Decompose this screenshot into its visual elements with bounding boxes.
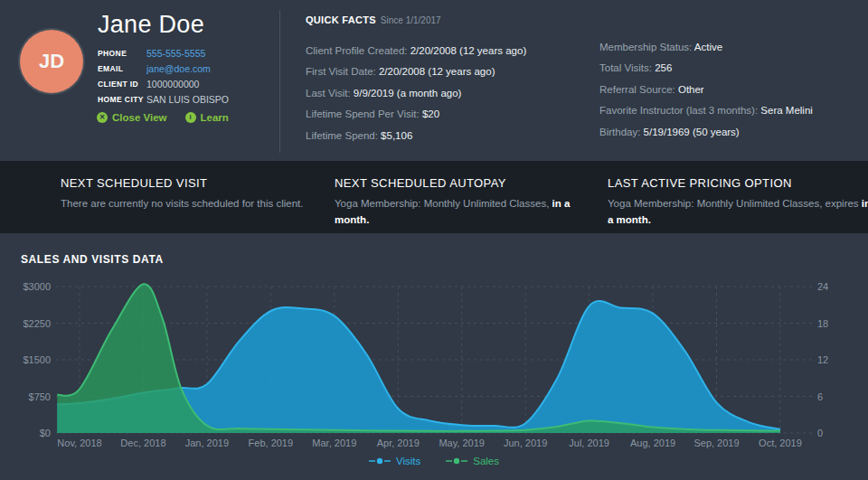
svg-text:Oct, 2019: Oct, 2019 — [759, 438, 802, 448]
fact-total-visits: Total Visits: 256 — [599, 58, 813, 79]
svg-text:May, 2019: May, 2019 — [439, 438, 485, 448]
fact-first-visit: First Visit Date: 2/20/2008 (12 years ag… — [306, 61, 526, 82]
close-circle-icon: ✕ — [97, 112, 108, 123]
client-name: Jane Doe — [98, 11, 204, 39]
next-scheduled-autopay-title: NEXT SCHEDULED AUTOPAY — [335, 176, 602, 190]
visits-legend-marker-icon — [369, 456, 391, 466]
field-row-email: EMAIL jane@doe.com — [98, 61, 229, 76]
svg-text:Jul, 2019: Jul, 2019 — [569, 438, 609, 448]
svg-text:$0: $0 — [40, 428, 51, 438]
fact-referral-source: Referral Source: Other — [599, 80, 813, 100]
phone-label: PHONE — [98, 49, 146, 58]
last-active-pricing-title: LAST ACTIVE PRICING OPTION — [608, 176, 868, 190]
svg-text:$2250: $2250 — [23, 318, 51, 329]
sales-visits-section: SALES AND VISITS DATA $00$7506$150012$22… — [0, 233, 868, 480]
svg-text:Mar, 2019: Mar, 2019 — [312, 438, 356, 448]
learn-label: Learn — [201, 112, 229, 123]
fact-favorite-instructor: Favorite Instructor (last 3 months): Ser… — [599, 100, 813, 121]
email-link[interactable]: jane@doe.com — [146, 63, 211, 74]
next-scheduled-visit-text: There are currently no visits scheduled … — [61, 196, 323, 212]
legend-item-visits[interactable]: Visits — [369, 456, 420, 466]
fact-last-visit: Last Visit: 9/9/2019 (a month ago) — [306, 83, 526, 104]
fact-birthday: Birthday: 5/19/1969 (50 years) — [599, 122, 813, 143]
quick-facts-left-column: Client Profile Created: 2/20/2008 (12 ye… — [306, 41, 526, 146]
info-circle-icon: i — [185, 112, 196, 123]
email-label: EMAIL — [98, 64, 146, 73]
svg-text:6: 6 — [817, 391, 823, 402]
legend-item-sales[interactable]: Sales — [446, 456, 499, 466]
client-contact-fields: PHONE 555-555-5555 EMAIL jane@doe.com CL… — [98, 45, 229, 107]
learn-button[interactable]: i Learn — [185, 112, 229, 123]
quick-facts-subtitle: Since 1/1/2017 — [381, 15, 441, 25]
phone-link[interactable]: 555-555-5555 — [146, 48, 205, 59]
home-city-label: HOME CITY — [98, 95, 146, 104]
status-band: NEXT SCHEDULED VISIT There are currently… — [0, 161, 868, 233]
section-divider — [279, 10, 280, 153]
last-active-pricing-text: Yoga Membership: Monthly Unlimited Class… — [608, 196, 868, 229]
legend-visits-label: Visits — [396, 456, 420, 466]
profile-header-section: JD Jane Doe PHONE 555-555-5555 EMAIL jan… — [0, 0, 868, 161]
svg-text:Feb, 2019: Feb, 2019 — [249, 438, 294, 448]
profile-actions: ✕ Close View i Learn — [97, 112, 229, 123]
fact-membership-status: Membership Status: Active — [599, 37, 813, 58]
client-profile-page: { "colors": { "accent_green": "#85c440",… — [0, 0, 868, 480]
svg-text:$1500: $1500 — [23, 354, 51, 365]
svg-text:Sep, 2019: Sep, 2019 — [693, 438, 739, 448]
quick-facts-heading: QUICK FACTSSince 1/1/2017 — [306, 14, 441, 25]
svg-text:Aug, 2019: Aug, 2019 — [630, 438, 675, 448]
field-row-home-city: HOME CITY SAN LUIS OBISPO — [98, 91, 229, 107]
next-scheduled-visit-card: NEXT SCHEDULED VISIT There are currently… — [61, 176, 323, 212]
svg-text:18: 18 — [817, 318, 828, 329]
chart-canvas[interactable]: $00$7506$150012$225018$300024Nov, 2018De… — [0, 260, 868, 468]
svg-text:12: 12 — [817, 354, 828, 365]
next-scheduled-autopay-card: NEXT SCHEDULED AUTOPAY Yoga Membership: … — [335, 176, 602, 229]
quick-facts-right-column: Membership Status: Active Total Visits: … — [599, 37, 813, 143]
next-scheduled-visit-title: NEXT SCHEDULED VISIT — [61, 176, 323, 190]
sales-legend-marker-icon — [446, 456, 467, 466]
svg-text:Nov, 2018: Nov, 2018 — [57, 438, 101, 448]
svg-text:Dec, 2018: Dec, 2018 — [120, 438, 165, 448]
close-view-label: Close View — [112, 112, 167, 123]
svg-text:$3000: $3000 — [23, 281, 51, 292]
avatar-initials: JD — [39, 50, 64, 73]
next-scheduled-autopay-text: Yoga Membership: Monthly Unlimited Class… — [335, 196, 602, 229]
client-id-value: 1000000000 — [146, 79, 199, 89]
svg-text:$750: $750 — [29, 391, 51, 402]
svg-text:24: 24 — [817, 281, 828, 292]
avatar: JD — [20, 30, 83, 93]
sales-visits-chart[interactable]: $00$7506$150012$225018$300024Nov, 2018De… — [0, 260, 868, 468]
fact-lifetime-spend: Lifetime Spend: $5,106 — [306, 126, 526, 146]
client-id-label: CLIENT ID — [98, 80, 146, 89]
field-row-phone: PHONE 555-555-5555 — [98, 45, 229, 61]
fact-spend-per-visit: Lifetime Spend Per Visit: $20 — [306, 104, 526, 125]
chart-legend: Visits Sales — [0, 456, 868, 466]
last-active-pricing-card: LAST ACTIVE PRICING OPTION Yoga Membersh… — [608, 176, 868, 229]
svg-text:Jun, 2019: Jun, 2019 — [504, 438, 547, 448]
home-city-value: SAN LUIS OBISPO — [146, 94, 229, 105]
svg-text:0: 0 — [817, 428, 823, 438]
legend-sales-label: Sales — [473, 456, 499, 466]
close-view-button[interactable]: ✕ Close View — [97, 112, 167, 123]
fact-profile-created: Client Profile Created: 2/20/2008 (12 ye… — [306, 41, 526, 61]
svg-text:Apr, 2019: Apr, 2019 — [377, 438, 420, 448]
field-row-client-id: CLIENT ID 1000000000 — [98, 76, 229, 91]
svg-text:Jan, 2019: Jan, 2019 — [185, 438, 229, 448]
quick-facts-title: QUICK FACTS — [306, 14, 376, 25]
